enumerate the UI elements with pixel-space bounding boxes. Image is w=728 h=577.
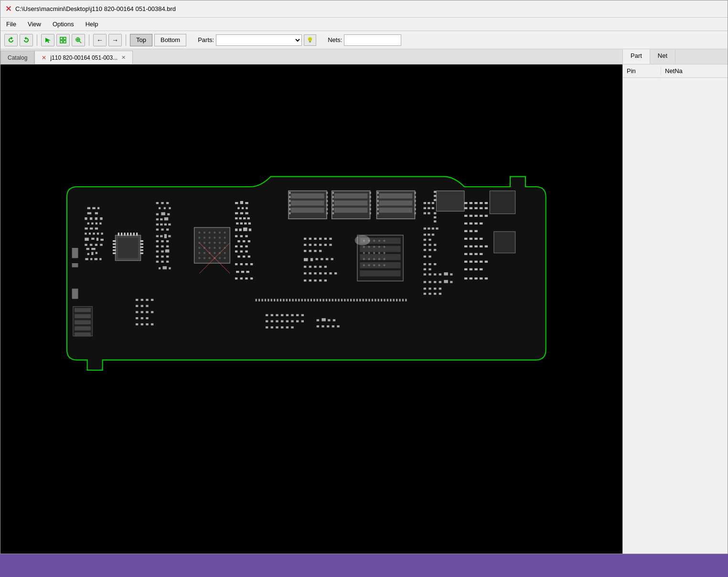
svg-rect-103: [161, 250, 163, 252]
svg-rect-215: [326, 212, 328, 214]
nets-input[interactable]: [344, 34, 401, 46]
svg-rect-419: [291, 320, 293, 322]
svg-rect-482: [331, 258, 333, 260]
svg-rect-303: [428, 293, 431, 295]
grid-button[interactable]: [56, 34, 70, 46]
board-tab[interactable]: ✕ j110 820-00164 051-003... ✕: [34, 51, 133, 64]
svg-rect-448: [136, 317, 138, 319]
refresh-button[interactable]: [4, 34, 18, 46]
svg-rect-167: [240, 223, 243, 224]
light-button[interactable]: [304, 34, 316, 46]
menu-file[interactable]: File: [4, 20, 18, 29]
catalog-tab-label: Catalog: [8, 54, 27, 61]
cursor-button[interactable]: [41, 34, 54, 46]
part-tab[interactable]: Part: [623, 49, 650, 64]
svg-rect-487: [324, 266, 327, 267]
left-panel: Catalog ✕ j110 820-00164 051-003... ✕: [0, 49, 622, 554]
svg-rect-362: [274, 299, 275, 301]
menu-view[interactable]: View: [26, 20, 43, 29]
svg-point-528: [373, 264, 375, 266]
svg-point-9: [308, 37, 312, 41]
back-button[interactable]: ←: [93, 34, 107, 46]
svg-rect-480: [321, 258, 323, 260]
svg-rect-292: [424, 281, 426, 283]
svg-rect-178: [243, 240, 245, 242]
svg-rect-300: [434, 288, 436, 289]
reload-button[interactable]: [20, 34, 33, 46]
svg-point-116: [203, 232, 205, 234]
svg-point-115: [198, 232, 200, 234]
svg-rect-221: [332, 196, 334, 198]
svg-rect-396: [378, 299, 379, 301]
svg-rect-203: [291, 208, 324, 213]
svg-rect-16: [87, 207, 90, 209]
part-table-rows[interactable]: [623, 78, 728, 554]
svg-rect-378: [322, 299, 324, 301]
svg-rect-206: [289, 200, 290, 202]
svg-rect-191: [245, 263, 247, 265]
menu-options[interactable]: Options: [51, 20, 76, 29]
svg-rect-21: [85, 217, 87, 220]
svg-rect-305: [439, 293, 441, 295]
row-pin-2: [623, 89, 661, 100]
svg-point-144: [224, 252, 226, 254]
svg-rect-81: [167, 213, 170, 215]
board-view[interactable]: [0, 64, 622, 554]
svg-rect-431: [333, 319, 335, 321]
svg-rect-411: [291, 314, 293, 316]
svg-rect-314: [480, 207, 482, 209]
svg-rect-212: [326, 200, 328, 202]
svg-rect-347: [470, 268, 472, 270]
row-pin-4: [623, 112, 661, 123]
svg-rect-111: [159, 267, 161, 269]
svg-rect-342: [470, 261, 472, 263]
menu-help[interactable]: Help: [84, 20, 100, 29]
svg-rect-461: [304, 238, 306, 240]
svg-rect-278: [434, 249, 436, 251]
svg-rect-83: [160, 218, 162, 220]
svg-rect-42: [90, 244, 92, 246]
svg-rect-166: [236, 223, 238, 224]
forward-button[interactable]: →: [108, 34, 122, 46]
svg-rect-337: [464, 253, 467, 255]
svg-rect-353: [480, 278, 482, 279]
parts-dropdown[interactable]: [216, 34, 302, 46]
zoom-button[interactable]: [72, 34, 85, 46]
svg-rect-244: [414, 200, 416, 202]
catalog-tab[interactable]: Catalog: [0, 51, 34, 64]
svg-rect-444: [136, 311, 138, 313]
svg-rect-505: [360, 270, 400, 277]
svg-rect-197: [240, 278, 243, 279]
svg-rect-326: [470, 230, 472, 232]
svg-rect-174: [235, 235, 237, 237]
bottom-view-button[interactable]: Bottom: [154, 34, 186, 46]
board-tab-close[interactable]: ✕: [121, 54, 126, 61]
table-row: [623, 124, 728, 135]
net-tab[interactable]: Net: [650, 49, 675, 64]
svg-point-515: [383, 246, 385, 248]
window-title: C:\Users\macmini\Desktop\j110 820-00164 …: [15, 5, 176, 12]
svg-point-529: [378, 264, 380, 266]
svg-rect-64: [140, 249, 143, 251]
svg-rect-38: [91, 238, 94, 240]
svg-rect-438: [141, 299, 143, 301]
svg-rect-367: [289, 299, 290, 301]
svg-point-136: [214, 247, 215, 249]
svg-rect-479: [316, 258, 318, 260]
svg-rect-312: [470, 207, 472, 209]
svg-rect-360: [268, 299, 269, 301]
svg-rect-260: [434, 199, 436, 201]
svg-rect-437: [136, 299, 138, 301]
svg-rect-352: [474, 278, 477, 279]
svg-rect-265: [428, 227, 430, 229]
parts-label: Parts:: [198, 36, 214, 43]
top-view-button[interactable]: Top: [130, 34, 152, 46]
svg-rect-190: [240, 263, 243, 265]
svg-rect-407: [271, 314, 273, 316]
svg-rect-243: [414, 196, 416, 198]
svg-rect-459: [75, 326, 91, 331]
svg-rect-435: [332, 325, 334, 327]
svg-rect-198: [245, 278, 247, 279]
svg-rect-236: [377, 192, 379, 194]
svg-rect-27: [96, 223, 97, 224]
